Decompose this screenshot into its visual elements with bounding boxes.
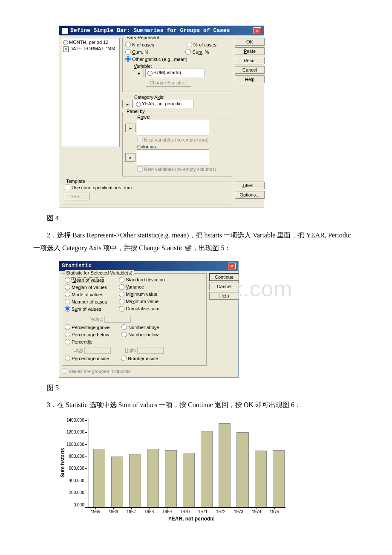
clock-icon [136,102,141,107]
chart-bar [111,457,123,507]
value-label: Value: [90,316,204,323]
use-chart-spec-check[interactable]: Use chart specifications from: [65,185,133,190]
bars-represent-group: Bars Represent N of cases % of cases Cum… [122,38,232,92]
chart-bar [147,449,159,507]
radio-median[interactable]: Median of values [65,284,107,290]
radio-n-inside[interactable]: Number inside [121,356,158,361]
category-axis-well[interactable]: YEAR, not periodic [134,100,193,108]
chart-bar [93,449,105,507]
panel-by-group: Panel by Rows: ▸ Nest variables (no empt… [122,112,232,176]
figure-4-caption: 图 4 [33,214,359,223]
chart-bar [273,450,285,507]
grouped-midpoints-check: Values are grouped midpoints [62,368,130,374]
help-button[interactable]: Help [235,75,265,83]
radio-ncases[interactable]: Number of cases [65,299,107,304]
paragraph-3: 3．在 Statistic 选项中选 Sum of values 一项，按 Co… [33,399,359,411]
chart-yaxis: 1400.0001200.0001000.000800.000600.00040… [66,418,89,507]
move-to-rows-button[interactable]: ▸ [125,124,135,132]
radio-cumsum[interactable]: Cumulative sum [119,306,159,312]
group-legend: Bars Represent [125,35,160,40]
dialog-title: Define Simple Bar: Summaries for Groups … [70,27,230,34]
variable-list[interactable]: MONTH, period 12 ADATE. FORMAT: "MM [62,38,120,147]
group-legend: Statistic for Selected Variable(s) [65,270,134,275]
help-button[interactable]: Help [209,292,239,300]
close-icon[interactable]: × [228,263,236,269]
radio-cum-n[interactable]: Cum. N [125,49,148,55]
move-to-columns-button[interactable]: ▸ [125,153,135,162]
radio-n-below[interactable]: Number below [121,332,159,337]
radio-n-above[interactable]: Number above [121,324,159,330]
variable-label: Variable: [134,64,229,69]
dialog-titlebar: Define Simple Bar: Summaries for Groups … [59,26,264,35]
panel-legend: Panel by [125,109,146,114]
change-statistic-button[interactable]: Change Statistic... [146,79,191,87]
radio-mode[interactable]: Mode of values [65,292,104,297]
chart-bar [165,450,177,507]
radio-pct-of-cases[interactable]: % of cases [187,42,216,47]
rows-well[interactable] [137,120,209,136]
file-button: File... [65,193,89,200]
radio-pct-inside[interactable]: Percentage inside [65,356,109,361]
template-legend: Template [65,179,86,184]
chart-xlabel: YEAR, not periodic [85,516,297,522]
nest-rows-check: Nest variables (no empty rows) [137,137,209,142]
radio-other-statistic[interactable]: Other statistic (e.g., mean) [125,56,187,62]
dialog-title: Statistic [62,263,92,269]
text-var-icon: A [63,46,69,52]
define-bar-dialog: Define Simple Bar: Summaries for Groups … [59,26,264,208]
chart-bar [129,454,141,507]
chart-bar [255,451,267,507]
continue-button[interactable]: Continue [209,273,239,281]
nest-cols-check: Nest variables (no empty columns) [137,166,216,172]
paragraph-2: 2．选择 Bars Represent->Other statistic(e.g… [33,229,359,255]
list-item[interactable]: ADATE. FORMAT: "MM [63,46,118,52]
radio-std[interactable]: Standard deviation [119,277,165,283]
radio-cum-pct[interactable]: Cum. % [185,49,209,55]
columns-well[interactable] [137,149,209,165]
cancel-button[interactable]: Cancel [209,283,239,290]
list-item[interactable]: MONTH, period 12 [63,39,118,46]
dialog-titlebar: Statistic × [59,261,238,271]
variable-well[interactable]: SUM(hstarts) [145,69,205,77]
titles-button[interactable]: Titles... [235,182,265,189]
columns-label: Columns: [137,144,229,149]
chart-bar [183,453,195,507]
move-to-variable-button[interactable]: ▸ [134,69,144,77]
ok-button[interactable]: OK [235,38,265,46]
chart-bar [219,423,231,507]
app-icon [62,27,69,34]
chart-bar [236,432,248,507]
high-label: High: [125,347,136,353]
bar-chart: Sum hstarts 1400.0001200.0001000.000800.… [59,418,297,522]
rows-label: Rows: [137,115,229,120]
radio-min[interactable]: Minimum value [119,292,157,297]
radio-sum[interactable]: Sum of values [65,306,101,312]
statistic-dialog: Statistic × Statistic for Selected Varia… [59,261,239,378]
radio-n-of-cases[interactable]: N of cases [125,42,154,47]
low-label: Low: [73,347,83,353]
chart-bar [201,431,213,507]
chart-xaxis: 1965196619671968196919701971197219731974… [85,507,285,514]
reset-button[interactable]: Reset [235,57,265,64]
clock-icon [147,71,153,76]
chart-ylabel: Sum hstarts [59,418,66,507]
radio-var[interactable]: Variance [119,284,144,290]
template-group: Template Use chart specifications from: … [62,182,232,205]
close-icon[interactable]: × [254,27,261,34]
category-axis-label: Category Axis: [134,95,232,100]
chart-plot-area [89,418,289,507]
radio-mean[interactable]: Mean of values [65,277,105,283]
cancel-button[interactable]: Cancel [235,66,265,74]
move-to-category-button[interactable]: ▸ [122,100,133,108]
clock-icon [63,40,68,45]
figure-5-caption: 图 5 [33,384,359,393]
radio-pct-above[interactable]: Percentage above [65,324,110,330]
radio-pct-below[interactable]: Percentage below [65,332,109,337]
paste-button[interactable]: Paste [235,47,265,55]
statistic-group: Statistic for Selected Variable(s) Mean … [62,273,207,366]
radio-percentile[interactable]: Percentile [65,339,92,344]
radio-max[interactable]: Maximum value [119,299,159,304]
options-button[interactable]: Options... [235,191,265,199]
